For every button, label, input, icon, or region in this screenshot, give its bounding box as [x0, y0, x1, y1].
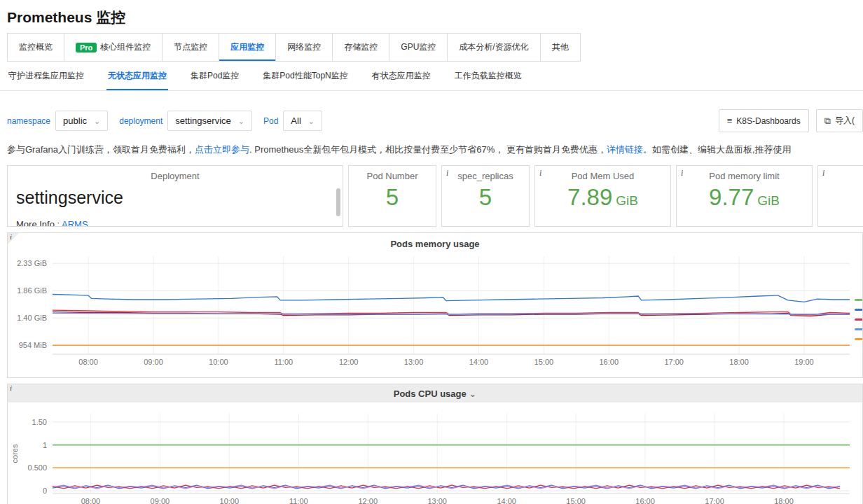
- filter-group-1: deploymentsettingservice⌄: [119, 111, 252, 131]
- svg-text:17:00: 17:00: [705, 497, 724, 504]
- info-icon[interactable]: i: [822, 168, 824, 178]
- tab-label: 成本分析/资源优化: [459, 41, 528, 53]
- stat-value: 5: [442, 184, 529, 211]
- filter-dropdown-2[interactable]: All⌄: [283, 111, 322, 131]
- memory-usage-panel: i Pods memory usage 08:0009:0010:0011:00…: [7, 232, 863, 378]
- stat-title: Pod Number: [349, 171, 436, 181]
- notice-text: 参与Grafana入门训练营，领取首月免费福利，: [7, 144, 195, 155]
- stat-panel-4: iPod memory limit9.77GiB: [676, 165, 813, 227]
- info-icon[interactable]: i: [539, 168, 541, 178]
- stat-value: settingservice: [8, 188, 343, 208]
- svg-text:12:00: 12:00: [339, 358, 359, 366]
- secondary-tab-3[interactable]: 集群Pod性能TopN监控: [261, 62, 349, 90]
- svg-text:11:00: 11:00: [289, 497, 308, 504]
- cpu-panel-header: i Pods CPU usage ⌄: [8, 384, 862, 402]
- chevron-down-icon: ⌄: [308, 119, 315, 123]
- import-button[interactable]: ⧉ 导入(: [816, 109, 863, 132]
- stat-title: Pod Mem Used: [535, 171, 670, 181]
- notice-text: . Prometheus全新包年包月模式，相比按量付费至少节省67%， 更有首购…: [249, 144, 607, 155]
- memory-chart-title[interactable]: Pods memory usage: [8, 233, 862, 251]
- svg-text:08:00: 08:00: [81, 497, 101, 504]
- stat-panel-0: DeploymentsettingserviceMore Info : ARMS: [7, 165, 343, 227]
- dropdown-value: settingservice: [175, 115, 230, 126]
- tab-label: GPU监控: [401, 41, 436, 53]
- info-icon[interactable]: i: [446, 168, 448, 178]
- tab-label: 节点监控: [174, 41, 207, 53]
- stat-value: 7.89GiB: [535, 184, 670, 211]
- pro-badge: Pro: [76, 43, 97, 52]
- svg-text:09:00: 09:00: [151, 497, 170, 504]
- page-title: Prometheus 监控: [7, 0, 863, 33]
- k8s-dashboards-button[interactable]: ≡ K8S-Dashboards: [719, 109, 809, 132]
- svg-text:11:00: 11:00: [274, 358, 293, 366]
- info-icon[interactable]: i: [681, 168, 683, 178]
- svg-text:09:00: 09:00: [144, 358, 163, 366]
- svg-text:12:00: 12:00: [358, 497, 378, 504]
- details-link[interactable]: 详情链接: [607, 144, 643, 155]
- filter-dropdown-1[interactable]: settingservice⌄: [167, 111, 252, 131]
- memory-chart-legend: [855, 299, 863, 340]
- chevron-down-icon: ⌄: [238, 119, 244, 123]
- svg-text:1.50: 1.50: [32, 418, 47, 426]
- info-icon[interactable]: i: [8, 233, 19, 244]
- primary-tab-0[interactable]: 监控概览: [7, 33, 64, 62]
- stat-title: Deployment: [8, 171, 343, 181]
- cpu-usage-panel: i Pods CPU usage ⌄ 08:0009:0010:0011:001…: [7, 384, 863, 504]
- chevron-down-icon: ⌄: [94, 119, 100, 123]
- svg-text:17:00: 17:00: [664, 358, 684, 366]
- svg-text:1.40 GiB: 1.40 GiB: [17, 314, 47, 322]
- filter-dropdown-0[interactable]: public⌄: [55, 111, 108, 131]
- primary-tab-4[interactable]: 网络监控: [275, 33, 333, 62]
- legend-swatch[interactable]: [855, 328, 863, 330]
- tab-label: 核心组件监控: [100, 41, 151, 53]
- primary-tab-1[interactable]: Pro核心组件监控: [64, 33, 163, 62]
- legend-swatch[interactable]: [855, 338, 863, 340]
- primary-tab-3[interactable]: 应用监控: [219, 33, 276, 62]
- primary-tab-7[interactable]: 成本分析/资源优化: [447, 33, 540, 62]
- promo-notice: 参与Grafana入门训练营，领取首月免费福利，点击立即参与. Promethe…: [7, 144, 863, 156]
- dropdown-value: public: [63, 115, 87, 126]
- primary-tab-8[interactable]: 其他: [540, 33, 581, 62]
- secondary-tab-5[interactable]: 工作负载监控概览: [453, 62, 523, 90]
- join-training-link[interactable]: 点击立即参与: [195, 144, 249, 155]
- primary-tab-5[interactable]: 存储监控: [332, 33, 389, 62]
- svg-text:13:00: 13:00: [427, 497, 447, 504]
- svg-text:954 MiB: 954 MiB: [19, 341, 47, 349]
- tab-label: 存储监控: [344, 41, 378, 53]
- stat-unit: GiB: [757, 193, 780, 208]
- secondary-tab-4[interactable]: 有状态应用监控: [371, 62, 432, 90]
- primary-tab-6[interactable]: GPU监控: [389, 33, 448, 62]
- secondary-tab-0[interactable]: 守护进程集应用监控: [7, 62, 85, 90]
- svg-text:2.33 GiB: 2.33 GiB: [17, 259, 47, 267]
- stat-panel-2: ispec_replicas5: [441, 165, 530, 227]
- tab-label: 监控概览: [19, 41, 53, 53]
- svg-text:1: 1: [43, 441, 47, 449]
- cpu-chart-title[interactable]: Pods CPU usage ⌄: [8, 384, 862, 399]
- tab-label: 集群Pod性能TopN监控: [263, 70, 347, 82]
- chevron-down-icon: ⌄: [467, 388, 477, 399]
- secondary-tab-1[interactable]: 无状态应用监控: [106, 62, 168, 90]
- tab-label: 其他: [552, 41, 569, 53]
- secondary-tab-2[interactable]: 集群Pod监控: [189, 62, 240, 90]
- memory-usage-chart[interactable]: 08:0009:0010:0011:0012:0013:0014:0015:00…: [8, 251, 862, 371]
- info-icon[interactable]: i: [8, 384, 19, 396]
- stat-value: 9.77GiB: [677, 184, 812, 211]
- scrollbar[interactable]: [336, 188, 340, 216]
- external-link-icon: ⧉: [824, 115, 831, 127]
- primary-tab-2[interactable]: 节点监控: [162, 33, 219, 62]
- tab-label: 应用监控: [230, 41, 264, 53]
- filter-group-0: namespacepublic⌄: [7, 111, 108, 131]
- arms-link[interactable]: ARMS: [62, 219, 88, 227]
- tab-label: 有状态应用监控: [372, 70, 431, 82]
- more-info: More Info : ARMS: [16, 219, 88, 227]
- cpu-usage-chart[interactable]: 08:0009:0010:0011:0012:0013:0014:0015:00…: [8, 407, 862, 504]
- tab-label: 守护进程集应用监控: [8, 70, 84, 82]
- svg-text:15:00: 15:00: [566, 497, 586, 504]
- legend-swatch[interactable]: [855, 318, 863, 321]
- legend-swatch[interactable]: [855, 299, 863, 301]
- svg-text:0: 0: [43, 486, 47, 495]
- svg-text:14:00: 14:00: [497, 497, 516, 504]
- legend-swatch[interactable]: [855, 309, 863, 311]
- stat-title: Pod memory limit: [677, 171, 812, 181]
- filter-label: deployment: [119, 116, 163, 126]
